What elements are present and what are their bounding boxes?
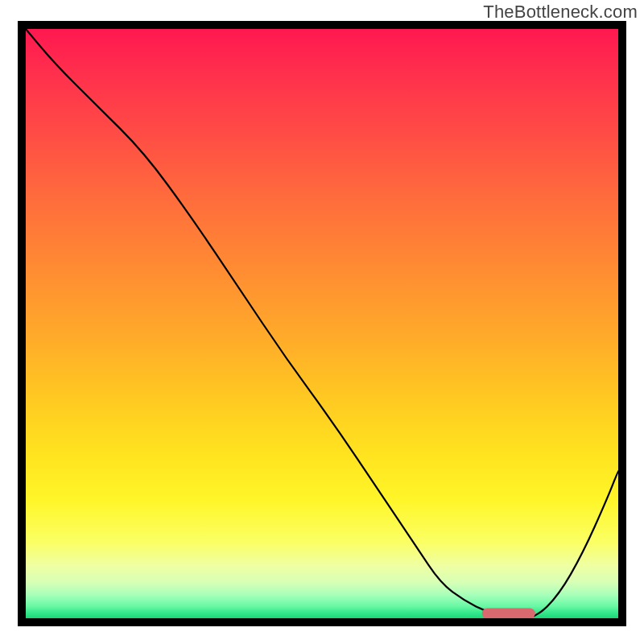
bottleneck-curve-svg [26, 29, 618, 618]
plot-area [26, 29, 618, 618]
bottleneck-curve-path [26, 29, 618, 618]
chart-container: TheBottleneck.com [0, 0, 644, 644]
watermark-text: TheBottleneck.com [483, 2, 638, 23]
plot-frame [18, 21, 626, 626]
optimal-zone-marker [482, 609, 535, 618]
